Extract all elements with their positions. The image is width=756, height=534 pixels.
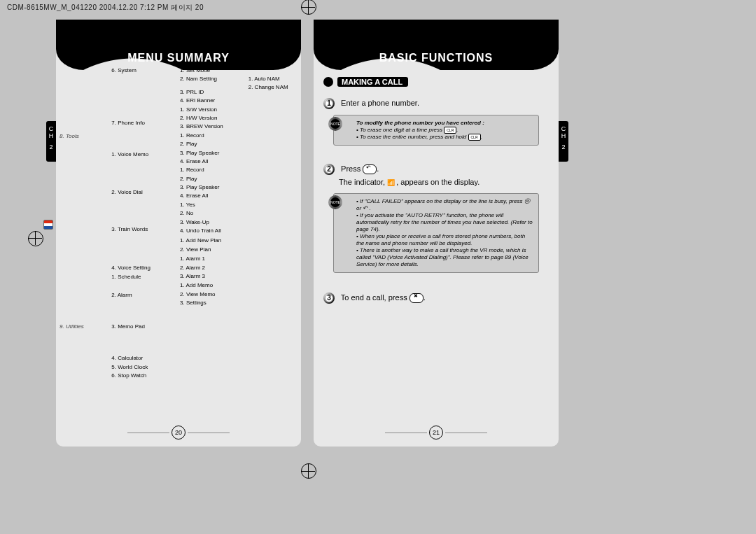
step-badge: 2 — [323, 164, 335, 175]
page-right: BASIC FUNCTIONS C H 2 MAKING A CALL 1 En… — [314, 20, 559, 447]
menu-item: 2. View Plan — [180, 246, 246, 253]
menu-item — [111, 169, 177, 176]
menu-item — [111, 283, 177, 290]
page-number: 20 — [172, 426, 186, 440]
menu-item — [111, 309, 177, 316]
menu-item: 8. Tools — [59, 133, 108, 140]
step-text: To end a call, press — [341, 293, 407, 302]
menu-item — [111, 85, 177, 92]
page-title: BASIC FUNCTIONS — [314, 52, 559, 64]
note-box: • If "CALL FAILED" appears on the displa… — [333, 193, 539, 273]
crop-circle — [301, 0, 316, 15]
menu-item: 3. PRL ID — [180, 89, 246, 96]
menu-item: 2. Change NAM — [248, 84, 298, 91]
step-text: The indicator, , appears on the display. — [339, 178, 545, 186]
menu-item: 2. View Memo — [180, 291, 246, 298]
menu-item: 3. BREW Version — [180, 123, 246, 130]
menu-col-3: 1. Set Mode2. Nam Setting3. PRL ID4. ERI… — [180, 67, 246, 381]
menu-item — [59, 141, 108, 148]
note-line: • To erase the entire number, press and … — [356, 134, 533, 141]
menu-item — [59, 220, 108, 227]
step-badge: 1 — [323, 98, 335, 109]
menu-item: 3. Memo Pad — [111, 323, 177, 330]
menu-item — [111, 137, 177, 144]
page-left: MENU SUMMARY C H 2 8. Tools 9. Utilities… — [56, 20, 301, 447]
menu-item: 1. Add Memo — [180, 282, 246, 289]
section-title: MAKING A CALL — [337, 77, 408, 87]
menu-item — [59, 246, 108, 253]
menu-item — [111, 243, 177, 250]
page-title: MENU SUMMARY — [56, 52, 301, 64]
menu-item: 3. Wake-Up — [180, 219, 246, 226]
menu-item — [59, 237, 108, 244]
tab-line: C — [559, 125, 568, 132]
note-line: • There is another way to make a call th… — [356, 247, 533, 268]
note-line: • If you activate the "AUTO RETRY" funct… — [356, 212, 533, 233]
page-number: 21 — [429, 426, 443, 440]
menu-item: 2. Nam Setting — [180, 76, 246, 83]
menu-item: 4. Calculator — [111, 355, 177, 362]
menu-item: 6. System — [111, 67, 177, 74]
menu-col-1: 8. Tools 9. Utilities — [59, 67, 108, 381]
crop-circle — [301, 463, 316, 479]
menu-item — [111, 197, 177, 204]
menu-table: 8. Tools 9. Utilities 6. System 7. Phone… — [59, 67, 298, 381]
menu-item — [111, 332, 177, 339]
clr-key-icon: CLR — [444, 127, 456, 134]
menu-item: 3. Play Speaker — [180, 184, 246, 191]
menu-item — [111, 206, 177, 213]
menu-item: 4. Voice Setting — [111, 265, 177, 272]
menu-item — [111, 129, 177, 136]
end-key-icon — [410, 293, 424, 303]
step-2: 2 Press . The indicator, , appears on th… — [323, 164, 545, 186]
menu-item: 2. Play — [180, 176, 246, 183]
menu-item: 4. Erase All — [180, 158, 246, 165]
menu-item: 2. Voice Dial — [111, 189, 177, 196]
menu-item: 2. H/W Version — [180, 115, 246, 122]
print-doc-info: CDM-8615MW_M_041220 2004.12.20 7:12 PM 페… — [7, 3, 204, 13]
signal-icon — [387, 178, 394, 185]
note-line: • To erase one digit at a time press CLR… — [356, 127, 533, 134]
flag-icon — [43, 220, 53, 230]
menu-item — [59, 228, 108, 235]
note-box: To modify the phone number you have ente… — [333, 115, 539, 146]
menu-item — [59, 159, 108, 166]
menu-item: 7. Phone Info — [111, 120, 177, 127]
menu-item: 1. Add New Plan — [180, 237, 246, 244]
note-icon — [328, 117, 342, 131]
menu-item — [111, 341, 177, 348]
step-3: 3 To end a call, press . — [323, 293, 545, 304]
menu-item: 5. World Clock — [111, 364, 177, 371]
menu-item: 1. Alarm 1 — [180, 255, 246, 262]
menu-item — [59, 150, 108, 157]
menu-item — [111, 234, 177, 241]
note-heading: To modify the phone number you have ente… — [356, 120, 533, 127]
menu-item — [111, 76, 177, 83]
menu-item: 1. Record — [180, 167, 246, 174]
menu-item: 1. S/W Version — [180, 106, 246, 113]
tab-line: 2 — [559, 143, 568, 150]
menu-item: 2. Play — [180, 141, 246, 148]
menu-item: 1. Auto NAM — [248, 76, 298, 83]
menu-item: 1. Voice Memo — [111, 151, 177, 158]
step-1: 1 Enter a phone number. — [323, 98, 545, 109]
menu-item — [111, 300, 177, 307]
menu-item: 2. Alarm 2 — [180, 265, 246, 272]
menu-item: 9. Utilities — [59, 323, 108, 330]
menu-item — [59, 185, 108, 192]
menu-item — [59, 194, 108, 201]
menu-item: 3. Train Words — [111, 226, 177, 233]
menu-item: 4. Erase All — [180, 192, 246, 199]
chapter-tab: C H 2 — [559, 121, 568, 162]
menu-item: 3. Play Speaker — [180, 150, 246, 157]
menu-item — [59, 202, 108, 209]
note-line: • When you place or receive a call from … — [356, 233, 533, 247]
step-text: . — [377, 164, 379, 173]
bullet-icon — [323, 77, 333, 87]
menu-item: 1. Yes — [180, 202, 246, 209]
menu-item: 3. Alarm 3 — [180, 273, 246, 280]
menu-item — [59, 211, 108, 218]
menu-item — [59, 168, 108, 175]
note-line: • If "CALL FAILED" appears on the displa… — [356, 198, 533, 212]
step-text: . — [424, 293, 426, 302]
